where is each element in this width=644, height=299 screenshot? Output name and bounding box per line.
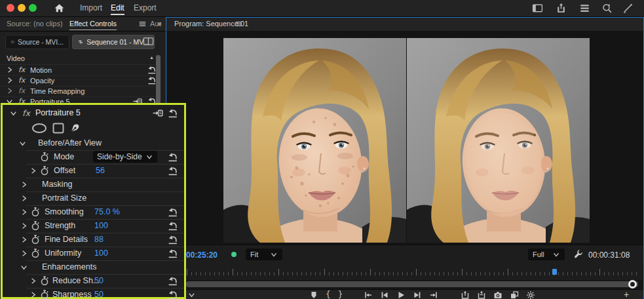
menu-export[interactable]: Export [134, 0, 157, 16]
mark-in-icon[interactable]: { [326, 290, 331, 299]
mark-out-icon[interactable]: } [338, 290, 343, 299]
expand-chevron-icon[interactable] [29, 167, 37, 175]
tab-audio-clip[interactable]: Audio Clip [128, 17, 161, 31]
reset-icon[interactable] [167, 234, 178, 245]
monitor-zoom-scrollbar[interactable] [186, 281, 638, 287]
mask-tools-row [3, 121, 184, 136]
reset-icon[interactable] [167, 151, 178, 163]
expand-chevron-icon[interactable] [20, 249, 28, 258]
expand-chevron-icon[interactable] [20, 208, 28, 216]
fine-details-value[interactable]: 88 [94, 235, 104, 244]
zoom-tool-icon[interactable] [601, 3, 613, 14]
stopwatch-icon[interactable] [30, 207, 41, 217]
tab-source-monitor[interactable]: Source: (no clips) [7, 17, 63, 31]
portraiture-highlight-panel: fx Portraiture 5 Before/After View Mode … [1, 103, 186, 299]
mode-dropdown[interactable]: Side-by-Side [93, 151, 157, 163]
settings-wrench-icon[interactable] [573, 249, 584, 259]
param-fine-details: Fine Details 88 [3, 233, 184, 247]
stacked-panels-icon[interactable] [579, 3, 590, 14]
quick-export-icon[interactable] [556, 3, 567, 14]
group-portrait-size[interactable]: Portrait Size [3, 191, 184, 205]
expand-chevron-icon[interactable] [20, 222, 28, 230]
go-to-out-icon[interactable] [429, 290, 438, 299]
ellipse-mask-icon[interactable] [31, 123, 47, 134]
stopwatch-icon[interactable] [39, 289, 50, 299]
export-frame-icon[interactable] [493, 290, 502, 299]
group-enhancements[interactable]: Enhancements [3, 260, 184, 274]
program-menu-icon[interactable] [235, 20, 243, 28]
transport-collapse-chevron-icon[interactable] [187, 290, 196, 299]
tab-effect-controls[interactable]: Effect Controls [69, 17, 117, 31]
add-marker-icon[interactable] [309, 290, 318, 299]
stopwatch-icon[interactable] [39, 151, 50, 162]
rectangle-mask-icon[interactable] [52, 123, 64, 134]
step-back-icon[interactable] [380, 290, 389, 299]
reset-icon[interactable] [147, 75, 157, 85]
reset-icon[interactable] [167, 165, 178, 176]
playback-resolution-dropdown[interactable]: Full [528, 249, 565, 260]
window-minimize-button[interactable] [18, 4, 26, 12]
playhead-marker[interactable] [552, 269, 557, 275]
offset-value[interactable]: 56 [96, 166, 105, 175]
reset-icon[interactable] [167, 275, 178, 287]
expand-chevron-icon[interactable] [29, 277, 37, 285]
transport-bar: { } + [166, 289, 643, 299]
tab-overflow-icon[interactable]: » [157, 19, 162, 28]
stopwatch-icon[interactable] [30, 234, 41, 245]
split-view-icon[interactable] [143, 37, 154, 46]
current-timecode[interactable]: 00:25:20 [186, 250, 218, 260]
home-button[interactable] [54, 3, 65, 14]
reduce-shine-value[interactable]: 50 [94, 276, 104, 285]
portraiture-header-row[interactable]: fx Portraiture 5 [3, 106, 184, 120]
effect-row-time-remapping[interactable]: fx Time Remapping [0, 86, 161, 97]
chevron-down-icon [552, 250, 560, 258]
sharpness-value[interactable]: 50 [94, 290, 104, 299]
menu-edit[interactable]: Edit [111, 0, 124, 16]
workspace-icon[interactable] [532, 3, 543, 14]
reset-icon[interactable] [167, 289, 178, 299]
extract-icon[interactable] [477, 290, 486, 299]
portraiture-title: Portraiture 5 [35, 108, 81, 117]
smoothing-value[interactable]: 75.0 % [94, 207, 120, 216]
effect-row-motion[interactable]: fx Motion [0, 65, 161, 76]
play-icon[interactable] [396, 290, 406, 299]
menu-import[interactable]: Import [80, 0, 102, 16]
strength-value[interactable]: 100 [94, 221, 108, 230]
clip-tab-source[interactable]: Source - MVI... [5, 35, 69, 49]
duration-timecode: 00:00:31:08 [588, 250, 630, 260]
button-editor-plus-icon[interactable]: + [624, 289, 629, 299]
fx-badge: fx [18, 76, 25, 85]
reset-icon[interactable] [167, 248, 178, 259]
reset-icon[interactable] [167, 207, 178, 218]
reset-icon[interactable] [147, 65, 157, 75]
settings-gear-icon[interactable] [526, 290, 535, 299]
window-close-button[interactable] [7, 4, 14, 12]
expand-chevron-icon[interactable] [29, 290, 37, 299]
comparison-view-icon[interactable] [510, 290, 519, 299]
collapse-triangle-icon[interactable]: ▲ [149, 55, 154, 60]
window-zoom-button[interactable] [29, 4, 37, 12]
timeline-ruler[interactable] [167, 263, 643, 280]
scrollbar-handle[interactable] [628, 280, 637, 289]
stopwatch-icon[interactable] [30, 248, 41, 258]
stopwatch-icon[interactable] [39, 275, 50, 286]
ruler-ticks-major [187, 269, 639, 275]
stopwatch-icon[interactable] [39, 165, 50, 176]
uniformity-value[interactable]: 100 [94, 249, 108, 258]
step-forward-icon[interactable] [413, 290, 422, 299]
go-to-in-icon[interactable] [364, 290, 373, 299]
video-section-header[interactable]: Video ▲ [0, 54, 161, 65]
group-masking[interactable]: Masking [3, 178, 184, 191]
stopwatch-icon[interactable] [30, 220, 41, 231]
pen-mask-icon[interactable] [69, 123, 81, 134]
expand-chevron-icon[interactable] [20, 235, 28, 244]
param-uniformity: Uniformity 100 [3, 247, 184, 260]
lift-icon[interactable] [461, 290, 470, 299]
fullscreen-icon[interactable] [622, 3, 634, 14]
zoom-level-dropdown[interactable]: Fit [246, 249, 282, 260]
group-before-after[interactable]: Before/After View [3, 136, 184, 150]
reset-icon[interactable] [167, 108, 178, 119]
effect-row-opacity[interactable]: fx Opacity [0, 75, 161, 87]
reset-icon[interactable] [167, 220, 178, 231]
pin-to-timeline-icon[interactable] [152, 108, 163, 119]
